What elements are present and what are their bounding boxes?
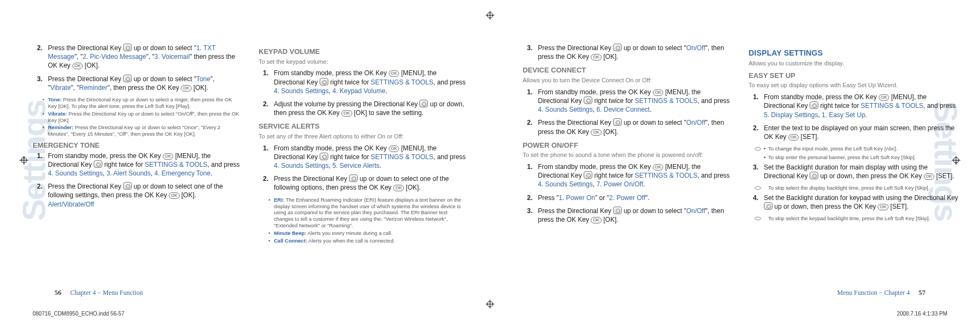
- step-number: 2.: [263, 100, 268, 108]
- ok-key-icon: OK: [389, 70, 400, 77]
- menu-option: 5. Service Alerts: [332, 162, 379, 169]
- text: Press the Directional Key: [538, 207, 613, 215]
- menu-option: 4. Sounds Settings: [274, 87, 329, 95]
- step-number: 3.: [527, 207, 532, 215]
- text: right twice for: [592, 97, 635, 105]
- text: [OK].: [180, 191, 197, 199]
- text: up or down to select ": [622, 207, 686, 215]
- menu-option: 4. Sounds Settings: [274, 162, 329, 169]
- directional-key-icon: [419, 100, 428, 107]
- menu-option: 2. Power Off: [609, 194, 645, 202]
- menu-option: 4. Keypad Volume: [332, 87, 385, 95]
- sub-label: ERI:: [274, 197, 284, 203]
- step-number: 2.: [753, 124, 758, 132]
- text: .: [211, 169, 212, 177]
- tip-item: •To change the input mode, press the Lef…: [749, 146, 958, 152]
- ok-key-icon: OK: [72, 63, 83, 69]
- ok-key-icon: OK: [591, 54, 602, 60]
- imposition-file: 080716_CDM8950_ECHO.indd 56-57: [33, 311, 124, 317]
- text: Press ": [538, 194, 559, 202]
- step-item: 3.Set the Backlight duration for main di…: [749, 163, 958, 180]
- step-number: 1.: [527, 162, 532, 171]
- text: Adjust the volume by pressing the Direct…: [274, 100, 419, 108]
- sub-text: Press the Directional Key up or down to …: [48, 96, 232, 109]
- subheading: To set the phone to sound a tone when th…: [523, 151, 732, 159]
- text: up or down, then press the OK Key: [818, 172, 923, 180]
- menu-option: 1. Easy Set Up: [822, 111, 865, 119]
- directional-key-icon: [584, 96, 592, 104]
- menu-option: 7. Power On/Off: [596, 180, 643, 188]
- subheading: To easy set up display options with Easy…: [749, 81, 958, 89]
- sub-text: Press the Directional Key up or down to …: [48, 111, 239, 123]
- step-number: 2.: [263, 174, 268, 183]
- directional-key-icon: [810, 172, 818, 179]
- sub-item: •Minute Beep: Alerts you every minute du…: [268, 230, 468, 237]
- menu-option: SETTINGS & TOOLS: [371, 78, 433, 86]
- directional-key-icon: [123, 75, 132, 82]
- directional-key-icon: [613, 44, 622, 51]
- registration-mark-icon: [952, 156, 960, 165]
- subheading: Allows you to turn the Device Connect On…: [523, 76, 732, 84]
- menu-option: 4. Emergency Tone: [154, 169, 210, 177]
- tip-text: To skip enter the personal banner, press…: [768, 154, 916, 160]
- page-number: 56: [54, 288, 62, 296]
- text: [SET].: [889, 203, 909, 210]
- text: up or down to select ": [132, 44, 196, 52]
- menu-option: 3. Alert Sounds: [106, 169, 150, 177]
- step-item: 1. From standby mode, press the OK Key O…: [33, 152, 242, 178]
- text: up or down, then press the OK Key: [773, 203, 878, 210]
- menu-option: 4. Sounds Settings: [538, 180, 593, 188]
- text: [OK].: [602, 216, 618, 223]
- text: ", ": [146, 53, 154, 60]
- sub-text: Alerts you every minute during a call.: [308, 230, 393, 236]
- heading-power-on-off: POWER ON/OFF: [523, 141, 732, 150]
- step-number: 3.: [37, 75, 42, 83]
- directional-key-icon: [123, 182, 132, 190]
- text: Set the Backlight duration for keypad wi…: [764, 194, 958, 202]
- text: From standby mode, press the OK Key: [764, 93, 879, 101]
- heading-keypad-volume: KEYPAD VOLUME: [259, 47, 468, 57]
- text: From standby mode, press the OK Key: [48, 152, 163, 160]
- directional-key-icon: [320, 78, 328, 86]
- step-number: 3.: [753, 163, 758, 172]
- sub-label: Call Connect:: [274, 238, 307, 244]
- step-number: 1.: [263, 144, 268, 153]
- right-page: Settings 3.Press the Directional Key up …: [490, 0, 980, 321]
- text: From standby mode, press the OK Key: [538, 88, 653, 96]
- text: [OK].: [192, 84, 209, 92]
- step-item: 2.Press "1. Power On" or "2. Power Off".: [523, 193, 732, 202]
- ok-key-icon: OK: [181, 85, 192, 92]
- ok-key-icon: OK: [924, 173, 935, 180]
- menu-option: Alert/Vibrate/Off: [48, 201, 94, 208]
- menu-option: SETTINGS & TOOLS: [635, 172, 697, 179]
- menu-option: Tone: [196, 75, 210, 83]
- menu-option: 2. Pic-Video Message: [83, 53, 146, 60]
- ok-key-icon: OK: [653, 89, 664, 96]
- menu-option: SETTINGS & TOOLS: [145, 161, 207, 168]
- directional-key-icon: [320, 153, 328, 160]
- tip-item: •To skip enter the personal banner, pres…: [749, 154, 958, 161]
- menu-option: 4. Sounds Settings: [48, 169, 103, 177]
- directional-key-icon: [349, 174, 358, 182]
- step-number: 1.: [263, 69, 268, 77]
- subheading: To set any of the three Alert options to…: [259, 132, 468, 141]
- footer-right: Menu Function − Chapter 457: [837, 288, 926, 297]
- footer-left: 56Chapter 4 − Menu Function: [54, 288, 143, 297]
- registration-mark-icon: [486, 300, 494, 308]
- step-number: 1.: [527, 88, 532, 96]
- text: [OK].: [83, 62, 100, 69]
- left-col-1: 2. Press the Directional Key up or down …: [33, 44, 242, 245]
- tip-text: To change the input mode, press the Left…: [768, 146, 898, 152]
- step-item: 2.Adjust the volume by pressing the Dire…: [259, 100, 468, 117]
- step-item: 1.From standby mode, press the OK Key OK…: [259, 144, 468, 171]
- text: Press the Directional Key: [274, 175, 349, 183]
- text: Press the Directional Key: [538, 119, 613, 126]
- step-item: 1.From standby mode, press the OK Key OK…: [523, 162, 732, 189]
- text: right twice for: [328, 78, 371, 86]
- registration-mark-icon: [20, 156, 28, 165]
- step-item: 4.Set the Backlight duration for keypad …: [749, 193, 958, 211]
- sub-label: Tone:: [48, 96, 62, 102]
- text: right twice for: [818, 102, 861, 110]
- step-item: 3.Press the Directional Key up or down t…: [523, 44, 732, 61]
- text: " or ": [595, 194, 609, 202]
